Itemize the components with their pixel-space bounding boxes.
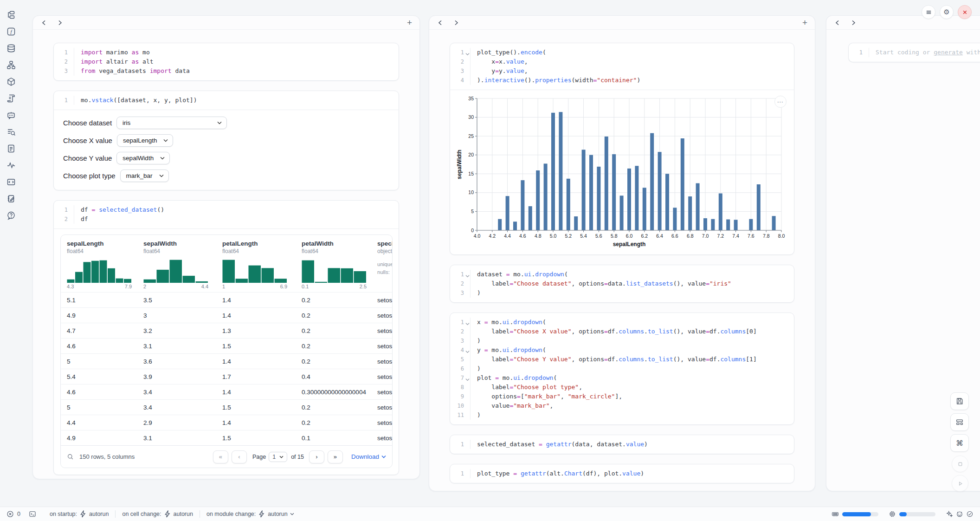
code-editor[interactable]: 1selected_dataset = getattr(data, datase… (450, 435, 794, 454)
code-line[interactable]: 3 y=y.value, (450, 66, 794, 76)
code-editor[interactable]: 1mo.vstack([dataset, x, y, plot]) (54, 91, 399, 110)
table-row[interactable]: 53.41.50.2setosa (61, 399, 392, 415)
code-line[interactable]: 2 label="Choose dataset", options=data.l… (450, 279, 794, 288)
code-line[interactable]: 9 options=["mark_bar", "mark_circle"], (450, 392, 794, 401)
code-line[interactable]: 1plot_type().encode( (450, 48, 794, 57)
code-line[interactable]: 3) (450, 288, 794, 298)
next-page-button[interactable]: › (309, 450, 324, 463)
chart-actions-button[interactable]: ⋯ (774, 96, 787, 108)
fold-toggle-icon[interactable] (465, 50, 470, 54)
table-row[interactable]: 4.73.21.30.2setosa (61, 323, 392, 338)
sidebar-snippets-button[interactable] (0, 174, 22, 190)
sidebar-file-explorer-button[interactable] (0, 7, 22, 23)
sidebar-table-of-contents-button[interactable] (0, 124, 22, 140)
column-move-left-icon[interactable] (437, 19, 444, 26)
choose-plot-type-select[interactable]: mark_bar (120, 169, 169, 182)
code-line[interactable]: 2import altair as alt (54, 57, 399, 66)
chart-output[interactable]: 4.04.24.44.64.85.05.25.45.65.86.06.26.46… (450, 90, 794, 254)
runtime-setting[interactable]: on startup:autorun (50, 510, 109, 518)
sidebar-documentation-button[interactable] (0, 140, 22, 157)
column-move-right-icon[interactable] (850, 19, 857, 26)
code-line[interactable]: 2 x=x.value, (450, 57, 794, 66)
code-line[interactable]: 7plot = mo.ui.dropdown( (450, 373, 794, 383)
fold-toggle-icon[interactable] (465, 319, 470, 324)
sidebar-logs-button[interactable] (0, 90, 22, 107)
code-line[interactable]: 2 label="Choose X value", options=df.col… (450, 327, 794, 336)
code-line[interactable]: 1selected_dataset = getattr(data, datase… (450, 440, 794, 449)
column-move-left-icon[interactable] (40, 19, 48, 26)
code-cell-xyplot-dropdowns[interactable]: 1x = mo.ui.dropdown(2 label="Choose X va… (450, 313, 794, 425)
github-copilot-icon[interactable] (956, 510, 963, 518)
code-line[interactable]: 3) (450, 336, 794, 345)
code-line[interactable]: 11) (450, 410, 794, 420)
settings-gear-button[interactable]: ⚙ (940, 5, 954, 19)
run-button[interactable] (952, 475, 968, 492)
code-cell-dataframe[interactable]: 1df = selected_dataset()2df sepalLengthf… (53, 200, 399, 475)
sidebar-packages-button[interactable] (0, 73, 22, 90)
page-select[interactable]: 1 (269, 452, 287, 462)
table-row[interactable]: 4.931.40.2setosa (61, 307, 392, 323)
code-cell-vstack[interactable]: 1mo.vstack([dataset, x, y, plot]) Choose… (53, 91, 399, 190)
runtime-setting[interactable]: on cell change:autorun (122, 510, 193, 518)
fold-toggle-icon[interactable] (465, 347, 470, 352)
sidebar-datasources-button[interactable] (0, 40, 22, 57)
column-move-right-icon[interactable] (452, 19, 460, 26)
sidebar-chat-button[interactable] (0, 107, 22, 124)
prev-page-button[interactable]: ‹ (232, 450, 247, 463)
code-editor[interactable]: 1import marimo as mo2import altair as al… (54, 43, 399, 80)
sidebar-dependency-graph-button[interactable] (0, 57, 22, 73)
code-cell-plot-type[interactable]: 1plot_type = getattr(alt.Chart(df), plot… (450, 464, 794, 483)
choose-dataset-select[interactable]: iris (116, 117, 227, 129)
sidebar-help-button[interactable] (0, 207, 22, 224)
code-line[interactable]: 10 value="mark_bar", (450, 401, 794, 410)
code-line[interactable]: 4).interactive().properties(width="conta… (450, 76, 794, 85)
runtime-setting[interactable]: on module change:autorun (206, 510, 294, 518)
column-move-right-icon[interactable] (56, 19, 64, 26)
table-row[interactable]: 5.43.91.70.4setosa (61, 369, 392, 384)
terminal-button[interactable] (29, 510, 36, 518)
code-editor[interactable]: 1plot_type = getattr(alt.Chart(df), plot… (450, 464, 794, 483)
empty-code-cell[interactable]: 1Start coding or generate with AI (848, 43, 980, 62)
add-cell-button[interactable]: + (407, 18, 412, 27)
code-line[interactable]: 1import marimo as mo (54, 48, 399, 57)
code-cell-imports[interactable]: 1import marimo as mo2import altair as al… (53, 43, 399, 81)
code-editor[interactable]: 1dataset = mo.ui.dropdown(2 label="Choos… (450, 265, 794, 302)
ai-sparkles-button[interactable] (946, 510, 953, 518)
code-line[interactable]: 1dataset = mo.ui.dropdown( (450, 270, 794, 279)
first-page-button[interactable]: « (213, 450, 228, 463)
connection-status-icon[interactable] (966, 510, 974, 518)
code-line[interactable]: 8 label="Choose plot type", (450, 383, 794, 392)
code-editor[interactable]: 1x = mo.ui.dropdown(2 label="Choose X va… (450, 313, 794, 424)
code-line[interactable]: 6) (450, 364, 794, 373)
code-line[interactable]: 2df (54, 215, 399, 224)
code-cell-selected-dataset[interactable]: 1selected_dataset = getattr(data, datase… (450, 435, 794, 454)
error-count[interactable]: 0 (6, 510, 20, 518)
last-page-button[interactable]: » (328, 450, 343, 463)
table-column-header[interactable]: speciesobjectuniquenulls: (377, 240, 392, 289)
table-row[interactable]: 4.63.41.40.30000000000000004setosa (61, 384, 392, 399)
table-column-header[interactable]: sepalLengthfloat644.37.9 (67, 240, 143, 289)
code-editor[interactable]: 1df = selected_dataset()2df (54, 201, 399, 228)
table-row[interactable]: 4.63.11.50.2setosa (61, 338, 392, 353)
add-cell-button[interactable]: + (802, 18, 807, 27)
sidebar-functions-button[interactable]: f (0, 23, 22, 40)
table-row[interactable]: 53.61.40.2setosa (61, 353, 392, 369)
code-line[interactable]: 4y = mo.ui.dropdown( (450, 345, 794, 355)
save-button[interactable] (950, 392, 969, 410)
layout-toggle-button[interactable] (950, 413, 969, 431)
code-line[interactable]: 1df = selected_dataset() (54, 205, 399, 215)
choose-x-value-select[interactable]: sepalLength (117, 134, 174, 147)
code-cell-plot[interactable]: 1plot_type().encode(2 x=x.value,3 y=y.va… (450, 43, 794, 255)
sidebar-scratchpad-button[interactable] (0, 190, 22, 207)
shutdown-button[interactable] (958, 5, 972, 19)
table-column-header[interactable]: petalLengthfloat6416.9 (222, 240, 302, 289)
table-row[interactable]: 4.42.91.40.2setosa (61, 415, 392, 430)
table-column-header[interactable]: petalWidthfloat640.12.5 (302, 240, 377, 289)
fold-toggle-icon[interactable] (465, 375, 470, 380)
keyboard-shortcuts-button[interactable]: ⌘ (950, 434, 969, 452)
search-icon[interactable] (67, 453, 74, 460)
table-row[interactable]: 4.93.11.50.1setosa (61, 430, 392, 445)
column-move-left-icon[interactable] (834, 19, 841, 26)
table-row[interactable]: 5.13.51.40.2setosa (61, 292, 392, 307)
fold-toggle-icon[interactable] (465, 272, 470, 276)
